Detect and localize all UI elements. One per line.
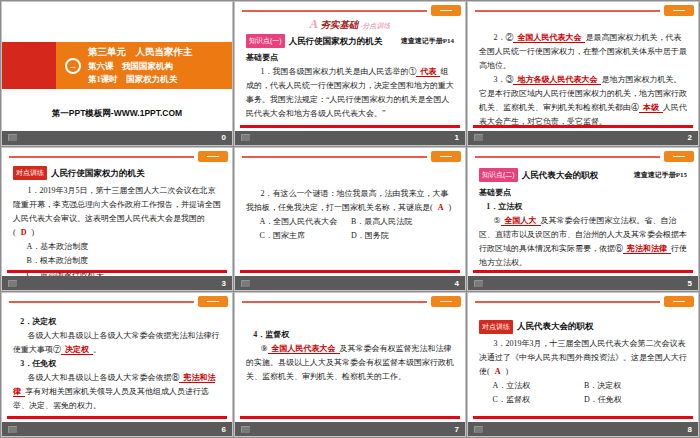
text-line: C．监督权D．任免权	[493, 393, 687, 407]
text-line: 各级人大和县级以上各级人大常委会依据宪法和法律行使重大事项⑦决定权。	[13, 329, 221, 357]
text-run: )	[505, 367, 508, 376]
unit-title: 第三单元 人民当家作主	[88, 45, 193, 60]
top-rule	[242, 10, 427, 12]
watermark-text: 第一PPT模板网-WWW.1PPT.COM	[2, 108, 232, 120]
slide-footer: 6	[2, 422, 232, 436]
bottom-rule	[7, 416, 227, 419]
top-rule	[242, 301, 427, 303]
page-number: 0	[222, 133, 226, 142]
lesson-title: 第六课 我国国家机构	[88, 60, 193, 73]
knowledge-point-badge: 知识点(一)	[246, 34, 285, 48]
bottom-rule	[240, 125, 460, 128]
footer-mark-icon	[474, 426, 483, 433]
page-number: 8	[688, 425, 692, 434]
handbook-ref: 速查速记手册P15	[634, 169, 687, 181]
title-banner: → 第三单元 人民当家作主 第六课 我国国家机构 第1课时 国家权力机关	[2, 42, 232, 89]
letter-a-ornament: A	[309, 16, 318, 31]
text-run: D．任免权	[584, 393, 675, 407]
section-sub: -分点训练	[360, 22, 390, 30]
blank-answer: 全国人民代表大会	[513, 33, 585, 43]
slide-thumb-6[interactable]: 知识点(二) 人民代表大会的职权 速查速记手册P15 基础要点1．立法权⑤全国人…	[468, 148, 698, 291]
footer-mark-icon	[8, 134, 17, 141]
text-run: 2．决定权	[20, 317, 56, 326]
slide-thumb-1[interactable]: → 第三单元 人民当家作主 第六课 我国国家机构 第1课时 国家权力机关 第一P…	[2, 2, 232, 145]
choice-answer: A	[490, 367, 506, 376]
slide-footer: 2	[468, 131, 698, 145]
blank-answer: 全国人民代表大会	[268, 344, 340, 354]
slide-text: 2．②全国人民代表大会是最高国家权力机关，代表全国人民统一行使国家权力，在整个国…	[479, 31, 687, 129]
text-run: 各级人大和县级以上各级人大常委会依据宪法和法律行使重大事项⑦	[13, 331, 219, 354]
text-run: B．最高人民法院	[351, 215, 442, 229]
slide-thumb-8[interactable]: 4．监督权⑨全国人民代表大会及其常委会有权监督宪法和法律的实施。县级以上人大及其…	[235, 293, 465, 436]
bottom-rule	[240, 416, 460, 419]
bottom-rule	[7, 270, 227, 273]
text-line: 2．决定权	[20, 315, 221, 329]
footer-mark-icon	[474, 134, 483, 141]
top-rule	[9, 301, 194, 303]
text-line: ⑤全国人大及其常委会行使国家立法权。省、自治区、直辖市以及设区的市、自治州的人大…	[479, 214, 687, 270]
slide-thumb-7[interactable]: 2．决定权各级人大和县级以上各级人大常委会依据宪法和法律行使重大事项⑦决定权。3…	[2, 293, 232, 436]
text-run: 4．监督权	[253, 330, 289, 339]
text-line: 2．②全国人民代表大会是最高国家权力机关，代表全国人民统一行使国家权力，在整个国…	[479, 31, 687, 73]
slide-footer: 8	[468, 422, 698, 436]
slide-text: 4．监督权⑨全国人民代表大会及其常委会有权监督宪法和法律的实施。县级以上人大及其…	[246, 328, 454, 384]
footer-mark-icon	[241, 134, 250, 141]
page-number: 3	[222, 279, 226, 288]
section-header: A 夯实基础 -分点训练	[246, 16, 454, 32]
blank-answer: 宪法和法律	[623, 244, 671, 254]
slide-footer: 1	[235, 131, 465, 145]
page-number: 6	[222, 425, 226, 434]
slide-footer: 3	[2, 276, 232, 290]
slide-thumb-2[interactable]: A 夯实基础 -分点训练 知识点(一) 人民行使国家权力的机关 速查速记手册P1…	[235, 2, 465, 145]
slide-text: 2．有这么一个谜语：地位我最高，法由我来立，大事我拍板，任免我决定，打一国家机关…	[246, 187, 454, 243]
text-line: 3．③地方各级人民代表大会是地方国家权力机关。它是本行政区域内人民行使国家权力的…	[479, 73, 687, 129]
text-line: 4．监督权	[253, 328, 454, 342]
text-run: 基础要点	[246, 53, 278, 62]
practice-badge: 对点训练	[13, 166, 47, 180]
slide-thumb-3[interactable]: 2．②全国人民代表大会是最高国家权力机关，代表全国人民统一行使国家权力，在整个国…	[468, 2, 698, 145]
page-number: 1	[455, 133, 459, 142]
text-run: 3．2019年3月，十三届全国人民代表大会第二次会议表决通过了《中华人民共和国外…	[479, 339, 687, 376]
blank-answer: 代表	[416, 67, 440, 77]
slide-text: 基础要点1．我国各级国家权力机关是由人民选举的①代表组成的，代表人民统一行使国家…	[246, 51, 454, 121]
text-run: A．立法权	[493, 379, 584, 393]
knowledge-point-title: 人民代表大会的职权	[517, 319, 594, 334]
footer-mark-icon	[241, 280, 250, 287]
blank-answer: 全国人大	[501, 216, 541, 226]
knowledge-point-badge: 知识点(二)	[479, 168, 518, 182]
choice-answer: D	[16, 228, 32, 237]
text-run: 。	[93, 345, 101, 354]
banner-orange-block: → 第三单元 人民当家作主 第六课 我国国家机构 第1课时 国家权力机关	[56, 42, 232, 89]
slide-thumb-5[interactable]: 2．有这么一个谜语：地位我最高，法由我来立，大事我拍板，任免我决定，打一国家机关…	[235, 148, 465, 291]
text-run: 1．立法权	[486, 202, 522, 211]
text-run: A．全国人民代表大会	[260, 215, 351, 229]
text-line: 基础要点	[479, 186, 687, 200]
text-run: 各级人大和县级以上各级人大常委会依据⑧	[27, 373, 179, 382]
top-rule	[242, 156, 427, 158]
text-run: ⑤	[493, 216, 500, 225]
page-number: 2	[688, 133, 692, 142]
slide-footer: 4	[235, 276, 465, 290]
page-number: 7	[455, 425, 459, 434]
knowledge-point-title: 人民行使国家权力的机关	[289, 34, 383, 49]
text-run: D．国务院	[351, 229, 442, 243]
slide-thumb-4[interactable]: 对点训练 人民行使国家权力的机关 1．2019年3月5日，第十三届全国人大二次会…	[2, 148, 232, 291]
text-run: B．决定权	[584, 379, 675, 393]
slide-text: 1．2019年3月5日，第十三届全国人大二次会议在北京隆重开幕，李克强总理向大会…	[13, 184, 221, 291]
arrow-circle-icon: →	[65, 58, 81, 74]
text-run: B．根本政治制度	[27, 256, 88, 265]
practice-badge: 对点训练	[479, 320, 513, 334]
footer-mark-icon	[474, 280, 483, 287]
top-rule	[9, 156, 194, 158]
text-line: C．国家主席D．国务院	[260, 229, 454, 243]
text-run: 2．②	[493, 33, 513, 42]
top-rule	[475, 156, 660, 158]
text-run: A．基本政治制度	[27, 242, 89, 251]
text-run: C．监督权	[493, 393, 584, 407]
slide-footer: 5	[468, 276, 698, 290]
text-line: 1．2019年3月5日，第十三届全国人大二次会议在北京隆重开幕，李克强总理向大会…	[13, 184, 221, 240]
slide-thumb-9[interactable]: 对点训练 人民代表大会的职权 3．2019年3月，十三届全国人民代表大会第二次会…	[468, 293, 698, 436]
page-number: 4	[455, 279, 459, 288]
text-run: 3．③	[493, 75, 513, 84]
text-line: A．基本政治制度	[27, 240, 221, 254]
